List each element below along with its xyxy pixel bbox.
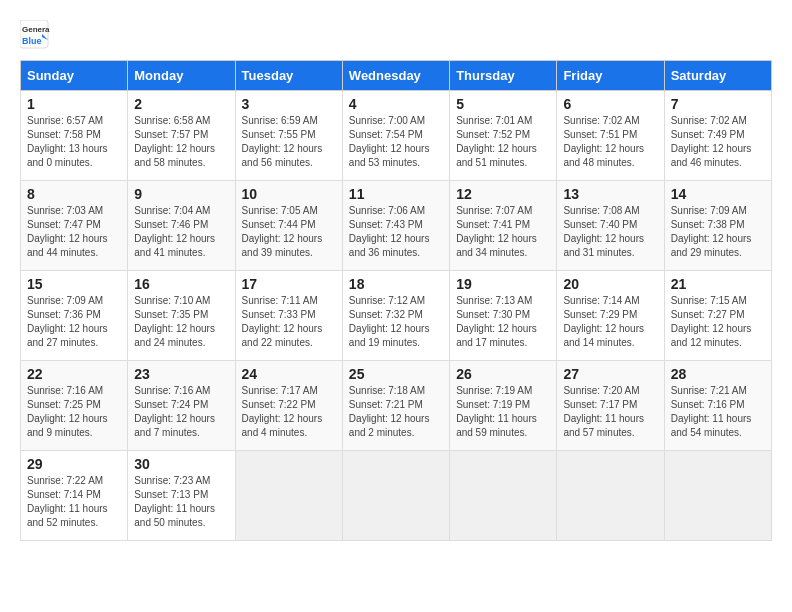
day-number: 26 <box>456 366 550 382</box>
day-info: Sunrise: 7:03 AMSunset: 7:47 PMDaylight:… <box>27 204 121 260</box>
day-number: 4 <box>349 96 443 112</box>
calendar-week-row: 29Sunrise: 7:22 AMSunset: 7:14 PMDayligh… <box>21 451 772 541</box>
day-info: Sunrise: 7:22 AMSunset: 7:14 PMDaylight:… <box>27 474 121 530</box>
day-header-monday: Monday <box>128 61 235 91</box>
day-info: Sunrise: 7:02 AMSunset: 7:51 PMDaylight:… <box>563 114 657 170</box>
day-header-thursday: Thursday <box>450 61 557 91</box>
page-header: General Blue <box>20 20 772 50</box>
day-number: 22 <box>27 366 121 382</box>
day-number: 19 <box>456 276 550 292</box>
day-info: Sunrise: 7:07 AMSunset: 7:41 PMDaylight:… <box>456 204 550 260</box>
calendar-body: 1Sunrise: 6:57 AMSunset: 7:58 PMDaylight… <box>21 91 772 541</box>
day-header-tuesday: Tuesday <box>235 61 342 91</box>
day-info: Sunrise: 7:21 AMSunset: 7:16 PMDaylight:… <box>671 384 765 440</box>
day-info: Sunrise: 7:10 AMSunset: 7:35 PMDaylight:… <box>134 294 228 350</box>
calendar-day-cell: 8Sunrise: 7:03 AMSunset: 7:47 PMDaylight… <box>21 181 128 271</box>
calendar-day-cell: 2Sunrise: 6:58 AMSunset: 7:57 PMDaylight… <box>128 91 235 181</box>
day-number: 15 <box>27 276 121 292</box>
calendar-week-row: 22Sunrise: 7:16 AMSunset: 7:25 PMDayligh… <box>21 361 772 451</box>
calendar-day-cell: 21Sunrise: 7:15 AMSunset: 7:27 PMDayligh… <box>664 271 771 361</box>
calendar-day-cell: 6Sunrise: 7:02 AMSunset: 7:51 PMDaylight… <box>557 91 664 181</box>
calendar-day-cell: 13Sunrise: 7:08 AMSunset: 7:40 PMDayligh… <box>557 181 664 271</box>
day-info: Sunrise: 7:05 AMSunset: 7:44 PMDaylight:… <box>242 204 336 260</box>
day-info: Sunrise: 7:11 AMSunset: 7:33 PMDaylight:… <box>242 294 336 350</box>
day-number: 10 <box>242 186 336 202</box>
day-info: Sunrise: 7:09 AMSunset: 7:38 PMDaylight:… <box>671 204 765 260</box>
day-info: Sunrise: 7:08 AMSunset: 7:40 PMDaylight:… <box>563 204 657 260</box>
svg-text:General: General <box>22 25 50 34</box>
calendar-week-row: 8Sunrise: 7:03 AMSunset: 7:47 PMDaylight… <box>21 181 772 271</box>
day-number: 28 <box>671 366 765 382</box>
day-header-sunday: Sunday <box>21 61 128 91</box>
day-info: Sunrise: 7:19 AMSunset: 7:19 PMDaylight:… <box>456 384 550 440</box>
day-info: Sunrise: 7:13 AMSunset: 7:30 PMDaylight:… <box>456 294 550 350</box>
calendar-day-cell <box>664 451 771 541</box>
logo: General Blue <box>20 20 50 50</box>
calendar-day-cell: 10Sunrise: 7:05 AMSunset: 7:44 PMDayligh… <box>235 181 342 271</box>
day-number: 8 <box>27 186 121 202</box>
day-number: 21 <box>671 276 765 292</box>
day-number: 13 <box>563 186 657 202</box>
day-number: 7 <box>671 96 765 112</box>
day-info: Sunrise: 7:02 AMSunset: 7:49 PMDaylight:… <box>671 114 765 170</box>
day-info: Sunrise: 7:17 AMSunset: 7:22 PMDaylight:… <box>242 384 336 440</box>
calendar-day-cell: 1Sunrise: 6:57 AMSunset: 7:58 PMDaylight… <box>21 91 128 181</box>
day-number: 5 <box>456 96 550 112</box>
calendar-day-cell: 15Sunrise: 7:09 AMSunset: 7:36 PMDayligh… <box>21 271 128 361</box>
day-header-friday: Friday <box>557 61 664 91</box>
calendar-day-cell: 14Sunrise: 7:09 AMSunset: 7:38 PMDayligh… <box>664 181 771 271</box>
calendar-day-cell <box>235 451 342 541</box>
calendar-day-cell: 11Sunrise: 7:06 AMSunset: 7:43 PMDayligh… <box>342 181 449 271</box>
calendar-day-cell: 5Sunrise: 7:01 AMSunset: 7:52 PMDaylight… <box>450 91 557 181</box>
day-number: 29 <box>27 456 121 472</box>
calendar-day-cell <box>557 451 664 541</box>
day-number: 12 <box>456 186 550 202</box>
day-number: 14 <box>671 186 765 202</box>
day-number: 27 <box>563 366 657 382</box>
calendar-day-cell: 7Sunrise: 7:02 AMSunset: 7:49 PMDaylight… <box>664 91 771 181</box>
day-info: Sunrise: 7:14 AMSunset: 7:29 PMDaylight:… <box>563 294 657 350</box>
day-info: Sunrise: 7:04 AMSunset: 7:46 PMDaylight:… <box>134 204 228 260</box>
day-info: Sunrise: 6:57 AMSunset: 7:58 PMDaylight:… <box>27 114 121 170</box>
calendar-day-cell: 12Sunrise: 7:07 AMSunset: 7:41 PMDayligh… <box>450 181 557 271</box>
day-info: Sunrise: 7:23 AMSunset: 7:13 PMDaylight:… <box>134 474 228 530</box>
calendar-day-cell: 20Sunrise: 7:14 AMSunset: 7:29 PMDayligh… <box>557 271 664 361</box>
day-number: 3 <box>242 96 336 112</box>
day-number: 17 <box>242 276 336 292</box>
calendar-day-cell: 22Sunrise: 7:16 AMSunset: 7:25 PMDayligh… <box>21 361 128 451</box>
day-info: Sunrise: 7:16 AMSunset: 7:25 PMDaylight:… <box>27 384 121 440</box>
day-number: 11 <box>349 186 443 202</box>
calendar-day-cell: 16Sunrise: 7:10 AMSunset: 7:35 PMDayligh… <box>128 271 235 361</box>
day-number: 2 <box>134 96 228 112</box>
day-number: 23 <box>134 366 228 382</box>
calendar-day-cell: 25Sunrise: 7:18 AMSunset: 7:21 PMDayligh… <box>342 361 449 451</box>
day-header-wednesday: Wednesday <box>342 61 449 91</box>
day-info: Sunrise: 7:18 AMSunset: 7:21 PMDaylight:… <box>349 384 443 440</box>
svg-text:Blue: Blue <box>22 36 42 46</box>
day-info: Sunrise: 7:00 AMSunset: 7:54 PMDaylight:… <box>349 114 443 170</box>
day-info: Sunrise: 7:16 AMSunset: 7:24 PMDaylight:… <box>134 384 228 440</box>
calendar-table: SundayMondayTuesdayWednesdayThursdayFrid… <box>20 60 772 541</box>
day-info: Sunrise: 7:09 AMSunset: 7:36 PMDaylight:… <box>27 294 121 350</box>
day-number: 18 <box>349 276 443 292</box>
calendar-day-cell: 28Sunrise: 7:21 AMSunset: 7:16 PMDayligh… <box>664 361 771 451</box>
day-number: 30 <box>134 456 228 472</box>
day-info: Sunrise: 7:06 AMSunset: 7:43 PMDaylight:… <box>349 204 443 260</box>
day-number: 20 <box>563 276 657 292</box>
day-number: 6 <box>563 96 657 112</box>
day-info: Sunrise: 6:58 AMSunset: 7:57 PMDaylight:… <box>134 114 228 170</box>
calendar-day-cell: 18Sunrise: 7:12 AMSunset: 7:32 PMDayligh… <box>342 271 449 361</box>
calendar-day-cell: 19Sunrise: 7:13 AMSunset: 7:30 PMDayligh… <box>450 271 557 361</box>
calendar-day-cell: 3Sunrise: 6:59 AMSunset: 7:55 PMDaylight… <box>235 91 342 181</box>
day-number: 9 <box>134 186 228 202</box>
calendar-header-row: SundayMondayTuesdayWednesdayThursdayFrid… <box>21 61 772 91</box>
calendar-day-cell: 30Sunrise: 7:23 AMSunset: 7:13 PMDayligh… <box>128 451 235 541</box>
calendar-day-cell: 9Sunrise: 7:04 AMSunset: 7:46 PMDaylight… <box>128 181 235 271</box>
calendar-week-row: 15Sunrise: 7:09 AMSunset: 7:36 PMDayligh… <box>21 271 772 361</box>
calendar-day-cell <box>342 451 449 541</box>
logo-svg: General Blue <box>20 20 50 50</box>
day-number: 25 <box>349 366 443 382</box>
day-info: Sunrise: 7:15 AMSunset: 7:27 PMDaylight:… <box>671 294 765 350</box>
calendar-day-cell: 29Sunrise: 7:22 AMSunset: 7:14 PMDayligh… <box>21 451 128 541</box>
calendar-day-cell: 23Sunrise: 7:16 AMSunset: 7:24 PMDayligh… <box>128 361 235 451</box>
